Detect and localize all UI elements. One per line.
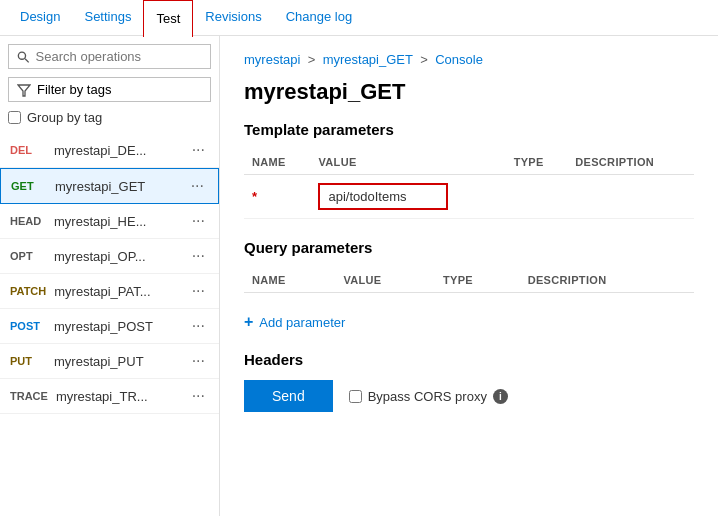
param-value-cell[interactable] xyxy=(310,175,505,219)
method-put-badge: PUT xyxy=(10,355,46,367)
more-options-button[interactable]: ··· xyxy=(188,141,209,159)
col-name-header: NAME xyxy=(244,150,310,175)
svg-marker-2 xyxy=(18,85,30,96)
filter-tags-box[interactable]: Filter by tags xyxy=(8,77,211,102)
more-options-button[interactable]: ··· xyxy=(188,352,209,370)
method-head-badge: HEAD xyxy=(10,215,46,227)
required-star: * xyxy=(252,189,257,204)
method-opt-badge: OPT xyxy=(10,250,46,262)
method-post-badge: POST xyxy=(10,320,46,332)
template-params-section-title: Template parameters xyxy=(244,121,694,138)
more-options-button[interactable]: ··· xyxy=(188,387,209,405)
breadcrumb-api[interactable]: myrestapi xyxy=(244,52,300,67)
template-params-table: NAME VALUE TYPE DESCRIPTION * xyxy=(244,150,694,219)
more-options-button[interactable]: ··· xyxy=(188,212,209,230)
add-param-label: Add parameter xyxy=(259,315,345,330)
breadcrumb-page: Console xyxy=(435,52,483,67)
qcol-description-header: DESCRIPTION xyxy=(520,268,694,293)
send-button[interactable]: Send xyxy=(244,380,333,412)
table-row: * xyxy=(244,175,694,219)
search-box[interactable] xyxy=(8,44,211,69)
query-params-table: NAME VALUE TYPE DESCRIPTION xyxy=(244,268,694,293)
group-by-label: Group by tag xyxy=(27,110,102,125)
param-type-cell xyxy=(506,175,568,219)
cors-checkbox[interactable] xyxy=(349,390,362,403)
tab-revisions[interactable]: Revisions xyxy=(193,0,273,36)
list-item[interactable]: PATCH myrestapi_PAT... ··· xyxy=(0,274,219,309)
sidebar: Filter by tags Group by tag DEL myrestap… xyxy=(0,36,220,516)
group-by-row: Group by tag xyxy=(0,108,219,133)
list-item[interactable]: PUT myrestapi_PUT ··· xyxy=(0,344,219,379)
tab-changelog[interactable]: Change log xyxy=(274,0,365,36)
more-options-button[interactable]: ··· xyxy=(188,282,209,300)
api-patch-name: myrestapi_PAT... xyxy=(54,284,179,299)
list-item[interactable]: TRACE myrestapi_TR... ··· xyxy=(0,379,219,414)
list-item[interactable]: POST myrestapi_POST ··· xyxy=(0,309,219,344)
tab-design[interactable]: Design xyxy=(8,0,72,36)
api-put-name: myrestapi_PUT xyxy=(54,354,180,369)
headers-section-title: Headers xyxy=(244,351,694,368)
filter-tags-label: Filter by tags xyxy=(37,82,111,97)
page-title: myrestapi_GET xyxy=(244,79,694,105)
top-navigation: Design Settings Test Revisions Change lo… xyxy=(0,0,718,36)
qcol-type-header: TYPE xyxy=(435,268,520,293)
breadcrumb-sep2: > xyxy=(420,52,428,67)
api-trace-name: myrestapi_TR... xyxy=(56,389,180,404)
tab-test[interactable]: Test xyxy=(143,0,193,37)
cors-label: Bypass CORS proxy i xyxy=(349,389,508,404)
col-value-header: VALUE xyxy=(310,150,505,175)
qcol-name-header: NAME xyxy=(244,268,335,293)
more-options-button[interactable]: ··· xyxy=(187,177,208,195)
api-head-name: myrestapi_HE... xyxy=(54,214,180,229)
add-parameter-button[interactable]: + Add parameter xyxy=(244,313,694,331)
col-description-header: DESCRIPTION xyxy=(567,150,694,175)
list-item[interactable]: OPT myrestapi_OP... ··· xyxy=(0,239,219,274)
filter-icon xyxy=(17,83,31,97)
search-input[interactable] xyxy=(36,49,202,64)
info-icon[interactable]: i xyxy=(493,389,508,404)
qcol-value-header: VALUE xyxy=(335,268,435,293)
api-del-name: myrestapi_DE... xyxy=(54,143,180,158)
method-get-badge: GET xyxy=(11,180,47,192)
method-patch-badge: PATCH xyxy=(10,285,46,297)
tab-settings[interactable]: Settings xyxy=(72,0,143,36)
group-by-checkbox[interactable] xyxy=(8,111,21,124)
api-list: DEL myrestapi_DE... ··· GET myrestapi_GE… xyxy=(0,133,219,516)
plus-icon: + xyxy=(244,313,253,331)
more-options-button[interactable]: ··· xyxy=(188,247,209,265)
method-del-badge: DEL xyxy=(10,144,46,156)
api-get-name: myrestapi_GET xyxy=(55,179,179,194)
more-options-button[interactable]: ··· xyxy=(188,317,209,335)
param-value-input[interactable] xyxy=(318,183,448,210)
svg-line-1 xyxy=(25,58,29,62)
param-description-cell xyxy=(567,175,694,219)
send-row: Send Bypass CORS proxy i xyxy=(244,380,694,412)
list-item[interactable]: HEAD myrestapi_HE... ··· xyxy=(0,204,219,239)
content-area: myrestapi > myrestapi_GET > Console myre… xyxy=(220,36,718,516)
api-post-name: myrestapi_POST xyxy=(54,319,180,334)
breadcrumb: myrestapi > myrestapi_GET > Console xyxy=(244,52,694,67)
list-item[interactable]: GET myrestapi_GET ··· xyxy=(0,168,219,204)
svg-point-0 xyxy=(18,52,25,59)
query-params-section-title: Query parameters xyxy=(244,239,694,256)
breadcrumb-sep1: > xyxy=(308,52,316,67)
param-name-cell: * xyxy=(244,175,310,219)
search-icon xyxy=(17,50,30,64)
cors-label-text: Bypass CORS proxy xyxy=(368,389,487,404)
col-type-header: TYPE xyxy=(506,150,568,175)
main-layout: Filter by tags Group by tag DEL myrestap… xyxy=(0,36,718,516)
list-item[interactable]: DEL myrestapi_DE... ··· xyxy=(0,133,219,168)
method-trace-badge: TRACE xyxy=(10,390,48,402)
breadcrumb-operation[interactable]: myrestapi_GET xyxy=(323,52,413,67)
api-opt-name: myrestapi_OP... xyxy=(54,249,180,264)
